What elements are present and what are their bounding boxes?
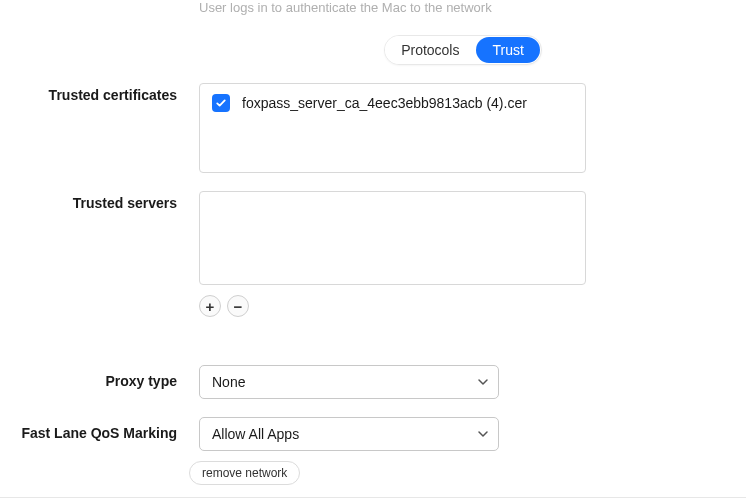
add-remove-controls: + − <box>199 295 586 317</box>
checkmark-icon <box>215 97 227 109</box>
certificate-label: foxpass_server_ca_4eec3ebb9813acb (4).ce… <box>242 95 527 111</box>
fast-lane-select-wrap: Allow All Apps <box>199 417 499 451</box>
proxy-type-select[interactable]: None <box>199 365 499 399</box>
tabs-row: Protocols Trust <box>0 35 746 65</box>
row-trusted-servers: Trusted servers + − <box>0 191 746 317</box>
fast-lane-select[interactable]: Allow All Apps <box>199 417 499 451</box>
add-server-button[interactable]: + <box>199 295 221 317</box>
remove-server-button[interactable]: − <box>227 295 249 317</box>
tab-trust[interactable]: Trust <box>476 37 539 63</box>
row-proxy-type: Proxy type None <box>0 365 746 399</box>
remove-network-button[interactable]: remove network <box>189 461 300 485</box>
row-trusted-certificates: Trusted certificates foxpass_server_ca_4… <box>0 83 746 173</box>
tab-protocols[interactable]: Protocols <box>385 36 475 64</box>
segmented-control: Protocols Trust <box>384 35 542 65</box>
proxy-type-select-wrap: None <box>199 365 499 399</box>
trusted-servers-list[interactable] <box>199 191 586 285</box>
certificate-item[interactable]: foxpass_server_ca_4eec3ebb9813acb (4).ce… <box>212 94 573 112</box>
label-trusted-certificates: Trusted certificates <box>0 83 199 103</box>
label-trusted-servers: Trusted servers <box>0 191 199 211</box>
row-fast-lane: Fast Lane QoS Marking Allow All Apps <box>0 417 746 451</box>
label-proxy-type: Proxy type <box>0 365 199 389</box>
trusted-certificates-list[interactable]: foxpass_server_ca_4eec3ebb9813acb (4).ce… <box>199 83 586 173</box>
hint-description: User logs in to authenticate the Mac to … <box>199 0 746 15</box>
certificate-checkbox[interactable] <box>212 94 230 112</box>
divider <box>0 497 746 498</box>
label-fast-lane: Fast Lane QoS Marking <box>0 417 199 441</box>
remove-network-row: remove network <box>189 461 746 485</box>
